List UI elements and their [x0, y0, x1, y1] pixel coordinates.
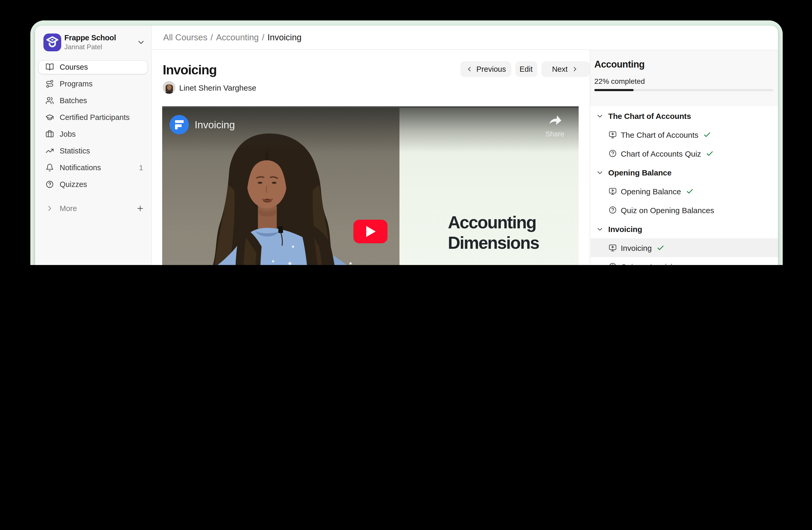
svg-text:Share: Share — [546, 130, 564, 138]
svg-text:Dimensions: Dimensions — [448, 233, 539, 252]
svg-text:Invoicing: Invoicing — [194, 119, 235, 130]
svg-text:Accounting: Accounting — [448, 212, 536, 232]
